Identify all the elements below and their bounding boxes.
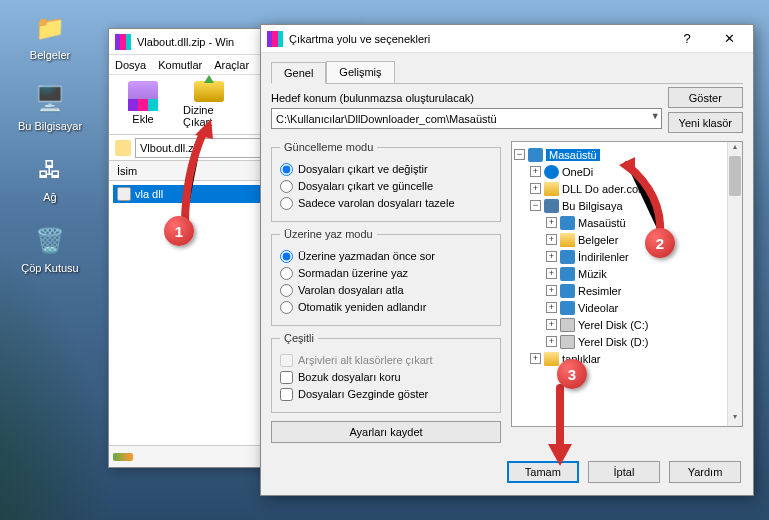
libraries-icon <box>544 352 559 366</box>
expand-icon[interactable]: + <box>546 234 557 245</box>
desktop-icon-label: Çöp Kutusu <box>21 262 78 274</box>
up-folder-icon[interactable] <box>115 140 131 156</box>
expand-icon[interactable]: + <box>546 285 557 296</box>
winrar-icon <box>115 34 131 50</box>
options-column: Güncelleme modu Dosyaları çıkart ve deği… <box>271 141 501 443</box>
tree-item-disk-d[interactable]: +Yerel Disk (D:) <box>514 333 740 350</box>
menu-file[interactable]: Dosya <box>115 59 146 71</box>
show-button[interactable]: Göster <box>668 87 743 108</box>
scroll-down-icon[interactable]: ▾ <box>728 412 742 426</box>
expand-icon[interactable]: + <box>546 268 557 279</box>
radio-auto-rename[interactable]: Otomatik yeniden adlandır <box>280 300 492 314</box>
radio-skip-existing[interactable]: Varolan dosyaları atla <box>280 283 492 297</box>
folder-tree-column: −Masaüstü +OneDi +DLL Do ader.com −Bu Bi… <box>511 141 743 443</box>
desktop-icon-network[interactable]: 🖧 Ağ <box>15 152 85 203</box>
desktop-icon <box>560 216 575 230</box>
videos-icon <box>560 301 575 315</box>
desktop-icon-documents[interactable]: 📁 Belgeler <box>15 10 85 61</box>
computer-icon: 🖥️ <box>32 81 68 117</box>
expand-icon[interactable]: + <box>546 319 557 330</box>
help-button[interactable]: Yardım <box>669 461 741 483</box>
expand-icon[interactable]: + <box>530 353 541 364</box>
tab-general[interactable]: Genel <box>271 62 326 84</box>
tree-item-desktop[interactable]: −Masaüstü <box>514 146 740 163</box>
destination-path-input[interactable] <box>271 108 662 129</box>
expand-icon[interactable]: + <box>530 183 541 194</box>
dialog-titlebar[interactable]: Çıkartma yolu ve seçenekleri ? ✕ <box>261 25 753 53</box>
menu-commands[interactable]: Komutlar <box>158 59 202 71</box>
music-icon <box>560 267 575 281</box>
desktop-icon <box>528 148 543 162</box>
help-titlebar-button[interactable]: ? <box>669 28 705 50</box>
radio-overwrite-silent[interactable]: Sormadan üzerine yaz <box>280 266 492 280</box>
radio-ask-before-overwrite[interactable]: Üzerine yazmadan önce sor <box>280 249 492 263</box>
tree-item-libraries[interactable]: +taplıklar <box>514 350 740 367</box>
tree-item-this-pc[interactable]: −Bu Bilgisaya <box>514 197 740 214</box>
column-name: İsim <box>117 165 137 177</box>
tree-item-downloads[interactable]: +İndirilenler <box>514 248 740 265</box>
desktop-icon-recycle[interactable]: 🗑️ Çöp Kutusu <box>15 223 85 274</box>
tree-item-videos[interactable]: +Videolar <box>514 299 740 316</box>
chevron-down-icon[interactable]: ▼ <box>651 111 660 121</box>
add-archive-icon <box>128 81 158 111</box>
winrar-icon <box>267 31 283 47</box>
update-mode-group: Güncelleme modu Dosyaları çıkart ve deği… <box>271 141 501 222</box>
tree-item-disk-c[interactable]: +Yerel Disk (C:) <box>514 316 740 333</box>
folder-icon: 📁 <box>32 10 68 46</box>
expand-icon[interactable]: + <box>546 302 557 313</box>
menu-tools[interactable]: Araçlar <box>214 59 249 71</box>
save-settings-button[interactable]: Ayarları kaydet <box>271 421 501 443</box>
tree-item-music[interactable]: +Müzik <box>514 265 740 282</box>
check-keep-broken[interactable]: Bozuk dosyaları koru <box>280 370 492 384</box>
new-folder-button[interactable]: Yeni klasör <box>668 112 743 133</box>
desktop-icon-computer[interactable]: 🖥️ Bu Bilgisayar <box>15 81 85 132</box>
toolbar-extract-label: Dizine Çıkart <box>183 104 235 128</box>
cancel-button[interactable]: İptal <box>588 461 660 483</box>
winrar-title-text: Vlabout.dll.zip - Win <box>137 36 234 48</box>
tree-scrollbar[interactable]: ▴ ▾ <box>727 142 742 426</box>
desktop-icon-label: Belgeler <box>30 49 70 61</box>
check-extract-subfolders[interactable]: Arşivleri alt klasörlere çıkart <box>280 353 492 367</box>
collapse-icon[interactable]: − <box>514 149 525 160</box>
desktop-icon-label: Ağ <box>43 191 56 203</box>
toolbar-extract-button[interactable]: Dizine Çıkart <box>181 79 237 130</box>
folder-tree[interactable]: −Masaüstü +OneDi +DLL Do ader.com −Bu Bi… <box>511 141 743 427</box>
tree-item-documents[interactable]: +Belgeler <box>514 231 740 248</box>
collapse-icon[interactable]: − <box>530 200 541 211</box>
tree-item-onedrive[interactable]: +OneDi <box>514 163 740 180</box>
radio-freshen-existing[interactable]: Sadece varolan dosyaları tazele <box>280 196 492 210</box>
disk-icon <box>560 318 575 332</box>
close-button[interactable]: ✕ <box>711 28 747 50</box>
dialog-body: Genel Gelişmiş Hedef konum (bulunmazsa o… <box>261 53 753 451</box>
desktop-icon-label: Bu Bilgisayar <box>18 120 82 132</box>
expand-icon[interactable]: + <box>546 217 557 228</box>
tree-item-dll-folder[interactable]: +DLL Do ader.com <box>514 180 740 197</box>
computer-icon <box>544 199 559 213</box>
expand-icon[interactable]: + <box>546 336 557 347</box>
dll-file-icon <box>117 187 131 201</box>
expand-icon[interactable]: + <box>546 251 557 262</box>
network-icon: 🖧 <box>32 152 68 188</box>
ok-button[interactable]: Tamam <box>507 461 579 483</box>
scroll-up-icon[interactable]: ▴ <box>728 142 742 156</box>
dialog-title-text: Çıkartma yolu ve seçenekleri <box>289 33 430 45</box>
tree-item-pictures[interactable]: +Resimler <box>514 282 740 299</box>
extract-dialog: Çıkartma yolu ve seçenekleri ? ✕ Genel G… <box>260 24 754 496</box>
radio-extract-update[interactable]: Dosyaları çıkart ve güncelle <box>280 179 492 193</box>
radio-extract-replace[interactable]: Dosyaları çıkart ve değiştir <box>280 162 492 176</box>
scroll-thumb[interactable] <box>729 156 741 196</box>
extract-icon <box>194 81 224 102</box>
overwrite-mode-group: Üzerine yaz modu Üzerine yazmadan önce s… <box>271 228 501 326</box>
dialog-tabs: Genel Gelişmiş <box>271 61 743 84</box>
expand-icon[interactable]: + <box>530 166 541 177</box>
recycle-icon: 🗑️ <box>32 223 68 259</box>
tab-advanced[interactable]: Gelişmiş <box>326 61 394 83</box>
file-name: vla dll <box>135 188 163 200</box>
desktop-icons: 📁 Belgeler 🖥️ Bu Bilgisayar 🖧 Ağ 🗑️ Çöp … <box>15 10 85 274</box>
toolbar-add-button[interactable]: Ekle <box>115 79 171 130</box>
dialog-footer: Tamam İptal Yardım <box>261 451 753 493</box>
tree-item-pc-desktop[interactable]: +Masaüstü <box>514 214 740 231</box>
check-show-in-explorer[interactable]: Dosyaları Gezginde göster <box>280 387 492 401</box>
destination-path-row: Hedef konum (bulunmazsa oluşturulacak) ▼… <box>271 92 743 133</box>
toolbar-add-label: Ekle <box>132 113 153 125</box>
